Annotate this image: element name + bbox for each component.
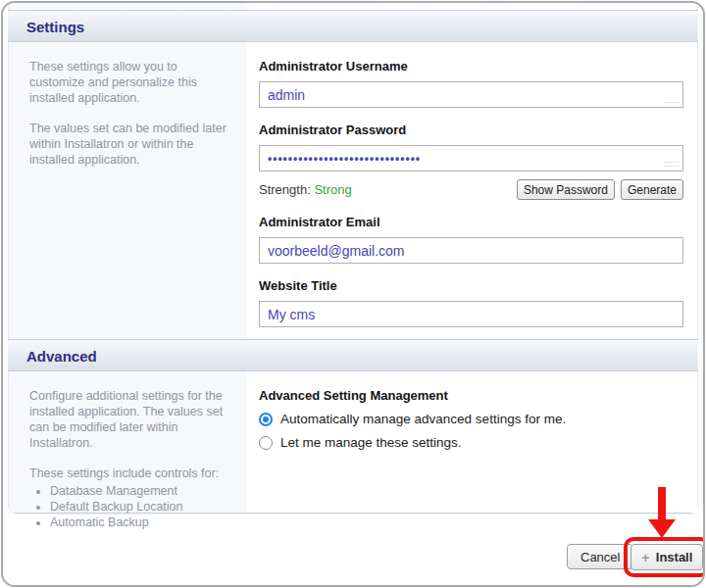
generate-password-button[interactable]: Generate [621, 179, 683, 200]
install-button-label: Install [656, 550, 693, 564]
advanced-section-header: Advanced [8, 339, 698, 371]
list-item: Default Backup Location [50, 499, 233, 514]
list-item: Database Management [50, 483, 233, 499]
website-title-input[interactable] [259, 301, 683, 327]
advanced-setting-management-label: Advanced Setting Management [259, 388, 683, 403]
list-item: Automatic Backup [50, 514, 233, 530]
radio-button[interactable] [259, 413, 273, 426]
settings-section-title: Settings [26, 19, 84, 35]
password-strength-label: Strength: [259, 182, 311, 197]
install-highlight-outline: + Install [624, 537, 705, 577]
password-strength-value: Strong [314, 182, 351, 197]
advanced-section-title: Advanced [26, 348, 97, 365]
admin-username-label: Administrator Username [259, 59, 683, 74]
settings-form: Administrator Username Administrator Pas… [247, 42, 697, 339]
admin-password-label: Administrator Password [259, 122, 683, 137]
settings-section: Settings These settings allow you to cus… [8, 10, 698, 339]
advanced-form: Advanced Setting Management Automaticall… [247, 371, 697, 513]
radio-button[interactable] [259, 436, 273, 450]
install-button[interactable]: + Install [630, 544, 703, 570]
settings-section-header: Settings [8, 10, 698, 42]
admin-email-label: Administrator Email [259, 215, 683, 229]
advanced-description-paragraph: Configure additional settings for the in… [29, 388, 233, 451]
password-strength: Strength: Strong [259, 182, 352, 197]
advanced-list-intro: These settings include controls for: [29, 466, 233, 481]
radio-option-auto-manage[interactable]: Automatically manage advanced settings f… [259, 412, 683, 426]
settings-description: These settings allow you to customize an… [9, 42, 247, 339]
radio-option-label: Let me manage these settings. [280, 435, 462, 450]
installer-window: Settings These settings allow you to cus… [1, 1, 705, 587]
show-password-button[interactable]: Show Password [517, 179, 615, 200]
plus-icon: + [641, 550, 650, 564]
radio-option-manual-manage[interactable]: Let me manage these settings. [259, 435, 683, 450]
website-title-label: Website Title [259, 278, 683, 293]
settings-description-paragraph: The values set can be modified later wit… [29, 121, 233, 168]
admin-username-input[interactable] [259, 81, 683, 108]
settings-description-paragraph: These settings allow you to customize an… [29, 59, 233, 106]
previous-section-sliver [8, 3, 698, 10]
admin-email-input[interactable] [259, 237, 683, 264]
radio-option-label: Automatically manage advanced settings f… [280, 412, 566, 426]
advanced-controls-list: Database Management Default Backup Locat… [29, 483, 233, 530]
admin-password-input[interactable] [259, 145, 683, 172]
advanced-section: Advanced Configure additional settings f… [8, 339, 698, 514]
advanced-description: Configure additional settings for the in… [9, 371, 247, 513]
